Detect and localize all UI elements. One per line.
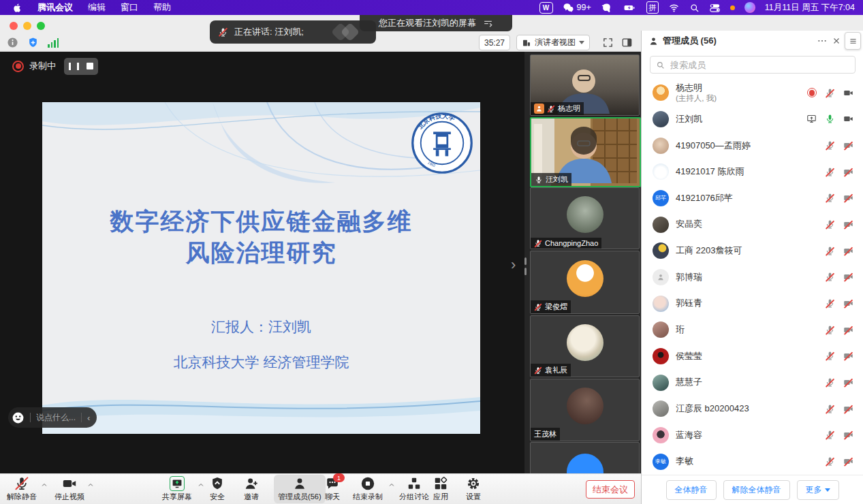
member-row[interactable]: 侯莹莹	[642, 343, 863, 370]
camera-off-icon[interactable]	[843, 140, 853, 151]
mic-muted-icon[interactable]	[825, 167, 835, 177]
member-row[interactable]: 汪刘凯	[642, 106, 863, 133]
camera-off-icon[interactable]	[843, 456, 853, 467]
emoji-smiley-icon[interactable]	[12, 411, 25, 424]
mic-muted-icon[interactable]	[825, 404, 835, 414]
video-options-chevron-icon[interactable]	[87, 482, 94, 488]
wifi-icon[interactable]	[668, 2, 680, 14]
settings-button[interactable]: 设置	[466, 476, 481, 502]
camera-on-icon[interactable]	[843, 114, 853, 124]
member-row[interactable]: 李敏 李敏	[642, 448, 863, 475]
side-panel-toggle-icon[interactable]	[621, 37, 633, 48]
video-tile[interactable]: 梁俊熠	[530, 251, 640, 314]
chat-input-placeholder[interactable]: 说点什么...	[36, 412, 76, 424]
close-window-button[interactable]	[10, 22, 18, 30]
share-screen-button[interactable]: 共享屏幕	[162, 476, 192, 502]
meeting-info-icon[interactable]	[7, 37, 18, 48]
mic-muted-icon[interactable]	[825, 88, 835, 98]
spotlight-search-icon[interactable]	[689, 3, 700, 13]
chat-button[interactable]: 1 聊天	[325, 476, 340, 502]
camera-off-icon[interactable]	[843, 325, 853, 335]
meeting-status-icon[interactable]: W	[539, 2, 553, 14]
member-row[interactable]: 郭钰青	[642, 290, 863, 317]
mic-muted-icon[interactable]	[825, 430, 835, 440]
wechat-status[interactable]: 99+	[563, 2, 591, 14]
collapse-chat-icon[interactable]: ‹	[87, 413, 90, 423]
camera-off-icon[interactable]	[843, 272, 853, 282]
breakout-rooms-button[interactable]: 分组讨论	[399, 476, 429, 502]
member-row[interactable]: 珩	[642, 317, 863, 343]
member-row[interactable]: 蓝海容	[642, 422, 863, 449]
member-row[interactable]: 杨志明(主持人, 我)	[642, 80, 863, 106]
member-row[interactable]: 邱芊 41921076邱芊	[642, 185, 863, 212]
security-button[interactable]: 安全	[210, 476, 225, 502]
control-center-icon[interactable]	[709, 2, 721, 14]
meeting-security-icon[interactable]	[27, 37, 39, 48]
camera-off-icon[interactable]	[843, 351, 853, 361]
member-search-input[interactable]	[669, 59, 849, 71]
menu-window[interactable]: 窗口	[121, 1, 138, 14]
unmute-all-button[interactable]: 解除全体静音	[723, 480, 790, 500]
member-row[interactable]: 慧慧子	[642, 369, 863, 396]
mic-muted-icon[interactable]	[825, 246, 835, 256]
siri-icon[interactable]	[744, 2, 755, 13]
menu-app-name[interactable]: 腾讯会议	[37, 1, 73, 14]
mic-muted-icon[interactable]	[825, 377, 835, 388]
member-row[interactable]: 郭博瑞	[642, 264, 863, 291]
camera-off-icon[interactable]	[843, 219, 853, 230]
member-row[interactable]: 工商 2203詹筱可	[642, 238, 863, 264]
camera-off-icon[interactable]	[843, 167, 853, 177]
member-row[interactable]: 安晶奕	[642, 211, 863, 238]
mic-muted-icon[interactable]	[825, 140, 835, 151]
camera-off-icon[interactable]	[843, 298, 853, 309]
view-mode-dropdown[interactable]: 演讲者视图	[516, 35, 590, 50]
evernote-icon[interactable]	[601, 2, 612, 14]
share-options-chevron-icon[interactable]	[198, 482, 204, 488]
more-button[interactable]: 更多	[797, 480, 839, 500]
mic-muted-icon[interactable]	[825, 219, 835, 230]
mic-muted-icon[interactable]	[825, 272, 835, 282]
record-options-chevron-icon[interactable]	[388, 482, 395, 488]
menubar-datetime[interactable]: 11月11日 周五 下午7:04	[765, 2, 855, 14]
camera-off-icon[interactable]	[843, 246, 853, 256]
mic-muted-icon[interactable]	[825, 325, 835, 335]
camera-on-icon[interactable]	[843, 88, 853, 98]
member-row[interactable]: 41921017 陈欣雨	[642, 159, 863, 185]
mic-muted-icon[interactable]	[825, 193, 835, 203]
minimize-window-button[interactable]	[23, 22, 31, 30]
stop-record-button[interactable]: 结束录制	[353, 476, 383, 502]
pause-recording-button[interactable]	[69, 63, 79, 70]
battery-icon[interactable]	[622, 2, 637, 14]
camera-off-icon[interactable]	[843, 193, 853, 203]
camera-off-icon[interactable]	[843, 404, 853, 414]
mic-on-icon[interactable]	[825, 114, 835, 124]
lines-arrow-icon[interactable]	[483, 18, 493, 29]
mic-muted-icon[interactable]	[825, 456, 835, 467]
video-tile[interactable]: 杨志明	[530, 54, 640, 116]
video-tile-partial[interactable]	[530, 442, 640, 473]
mic-muted-icon[interactable]	[825, 351, 835, 361]
input-method-icon[interactable]: 拼	[646, 1, 659, 14]
end-meeting-button[interactable]: 结束会议	[586, 480, 635, 499]
mic-options-chevron-icon[interactable]	[41, 482, 48, 488]
more-options-icon[interactable]	[817, 35, 828, 46]
camera-off-icon[interactable]	[843, 377, 853, 388]
member-row[interactable]: 江彦辰 b20200423	[642, 396, 863, 422]
apps-button[interactable]: 应用	[433, 476, 448, 502]
zoom-window-button[interactable]	[37, 22, 45, 30]
camera-off-icon[interactable]	[843, 430, 853, 440]
unmute-button[interactable]: 解除静音	[7, 476, 37, 502]
panel-menu-button[interactable]	[845, 32, 861, 50]
invite-button[interactable]: 邀请	[244, 476, 259, 502]
stop-recording-button[interactable]	[87, 63, 93, 69]
strip-resize-handle[interactable]	[524, 257, 527, 275]
menu-help[interactable]: 帮助	[153, 1, 171, 14]
member-row[interactable]: 41907050—孟雨婷	[642, 132, 863, 159]
mute-all-button[interactable]: 全体静音	[666, 480, 717, 500]
member-search-box[interactable]	[650, 56, 856, 74]
quick-chat-pill[interactable]: 说点什么... ‹	[8, 407, 97, 428]
manage-members-button[interactable]: 管理成员(56)	[274, 475, 326, 503]
network-signal-icon[interactable]	[48, 38, 59, 48]
video-tile-active-speaker[interactable]: 汪刘凯	[530, 117, 641, 187]
expand-panel-chevron-icon[interactable]: ›	[511, 257, 516, 272]
